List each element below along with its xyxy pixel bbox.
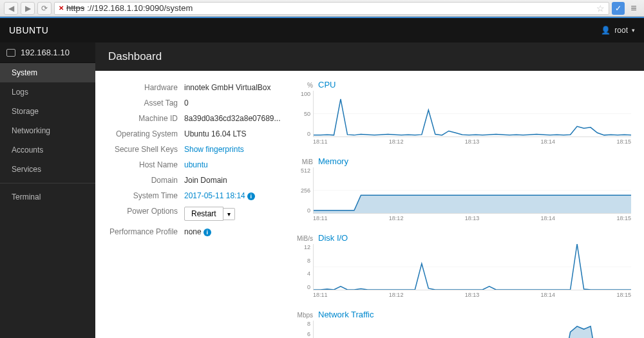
server-icon [6, 49, 15, 57]
address-bar[interactable]: ✕ https://192.168.1.10:9090/system ☆ [54, 2, 609, 15]
user-icon: 👤 [601, 26, 611, 35]
bookmark-icon[interactable]: ☆ [596, 3, 605, 14]
os-value: Ubuntu 16.04 LTS [184, 129, 247, 138]
perf-label: Performance Profile [108, 227, 184, 236]
sidebar-item-terminal[interactable]: Terminal [0, 187, 95, 207]
hostname-label: Host Name [108, 160, 184, 169]
extension-icon[interactable]: ✓ [612, 2, 625, 15]
sidebar-host[interactable]: 192.168.1.10 [0, 42, 95, 63]
chart-memory: MiBMemory 5122560 18:1118:1218:1318:1418… [295, 156, 631, 221]
chart-network: MbpsNetwork Traffic 86420 18:1118:1218:1… [295, 310, 631, 338]
machine-id-value: 8a39d0a36cd32a8e07689... [184, 114, 280, 123]
app-title: UBUNTU [9, 25, 48, 35]
sidebar: 192.168.1.10 System Logs Storage Network… [0, 42, 95, 338]
sidebar-separator [0, 183, 95, 183]
perf-value: none [184, 227, 202, 236]
sidebar-host-label: 192.168.1.10 [21, 48, 70, 57]
chart-column: %CPU 100500 18:1118:1218:1318:1418:15 Mi… [295, 80, 631, 338]
xaxis: 18:1118:1218:1318:1418:15 [313, 137, 631, 145]
xaxis: 18:1118:1218:1318:1418:15 [313, 214, 631, 221]
chart-cpu: %CPU 100500 18:1118:1218:1318:1418:15 [295, 80, 631, 145]
machine-id-label: Machine ID [108, 114, 184, 123]
chart-plot-memory [313, 167, 631, 214]
domain-value: Join Domain [184, 176, 227, 185]
restart-button[interactable]: Restart [184, 207, 223, 221]
hamburger-icon[interactable]: ≡ [627, 2, 640, 15]
hardware-value: innotek GmbH VirtualBox [184, 83, 271, 92]
chart-plot-cpu [313, 91, 631, 137]
main-panel: Dashboard Hardwareinnotek GmbH VirtualBo… [95, 42, 644, 338]
ssh-label: Secure Shell Keys [108, 145, 184, 154]
power-dropdown[interactable]: ▾ [223, 208, 235, 220]
app-header: UBUNTU 👤 root ▾ [0, 17, 644, 42]
chart-unit: % [295, 82, 313, 89]
chart-title[interactable]: Network Traffic [318, 310, 374, 319]
info-icon[interactable]: i [204, 229, 211, 236]
chart-title[interactable]: Memory [318, 156, 348, 166]
domain-label: Domain [108, 176, 184, 185]
chart-unit: MiB/s [295, 235, 313, 242]
chart-unit: MiB [295, 158, 313, 165]
info-icon[interactable]: i [247, 192, 255, 200]
chart-plot-network [313, 321, 631, 338]
power-label: Power Options [108, 207, 184, 221]
hostname-link[interactable]: ubuntu [184, 160, 208, 169]
systime-label: System Time [108, 191, 184, 200]
sidebar-item-logs[interactable]: Logs [0, 82, 95, 102]
chart-title[interactable]: Disk I/O [318, 233, 348, 243]
url-rest: ://192.168.1.10:9090/system [87, 3, 193, 13]
insecure-icon: ✕ [59, 5, 64, 12]
back-button[interactable]: ◀ [4, 2, 18, 15]
reload-button[interactable]: ⟳ [37, 2, 52, 15]
sidebar-item-system[interactable]: System [0, 63, 95, 82]
ssh-fingerprints-link[interactable]: Show fingerprints [184, 145, 244, 154]
system-info: Hardwareinnotek GmbH VirtualBox Asset Ta… [108, 80, 276, 338]
user-menu[interactable]: 👤 root ▾ [601, 26, 635, 35]
yaxis: 86420 [295, 321, 313, 338]
yaxis: 5122560 [295, 167, 313, 214]
yaxis: 12840 [295, 244, 313, 290]
sidebar-item-accounts[interactable]: Accounts [0, 140, 95, 160]
xaxis: 18:1118:1218:1318:1418:15 [313, 290, 631, 298]
hardware-label: Hardware [108, 83, 184, 92]
yaxis: 100500 [295, 91, 313, 137]
chart-unit: Mbps [295, 312, 313, 319]
os-label: Operating System [108, 129, 184, 138]
forward-button[interactable]: ▶ [21, 2, 35, 15]
browser-toolbar: ◀ ▶ ⟳ ✕ https://192.168.1.10:9090/system… [0, 0, 644, 17]
page-title: Dashboard [95, 42, 644, 71]
chart-plot-disk [313, 244, 631, 290]
user-label: root [614, 26, 628, 35]
systime-link[interactable]: 2017-05-11 18:14 [184, 191, 245, 200]
sidebar-item-services[interactable]: Services [0, 160, 95, 179]
sidebar-item-storage[interactable]: Storage [0, 102, 95, 121]
asset-value: 0 [184, 99, 189, 108]
url-scheme: https [66, 3, 84, 13]
sidebar-item-networking[interactable]: Networking [0, 121, 95, 140]
asset-label: Asset Tag [108, 99, 184, 108]
url-input[interactable] [195, 3, 594, 13]
chart-title[interactable]: CPU [318, 80, 336, 89]
chevron-down-icon: ▾ [632, 27, 635, 33]
chart-disk: MiB/sDisk I/O 12840 18:1118:1218:1318:14… [295, 233, 631, 298]
